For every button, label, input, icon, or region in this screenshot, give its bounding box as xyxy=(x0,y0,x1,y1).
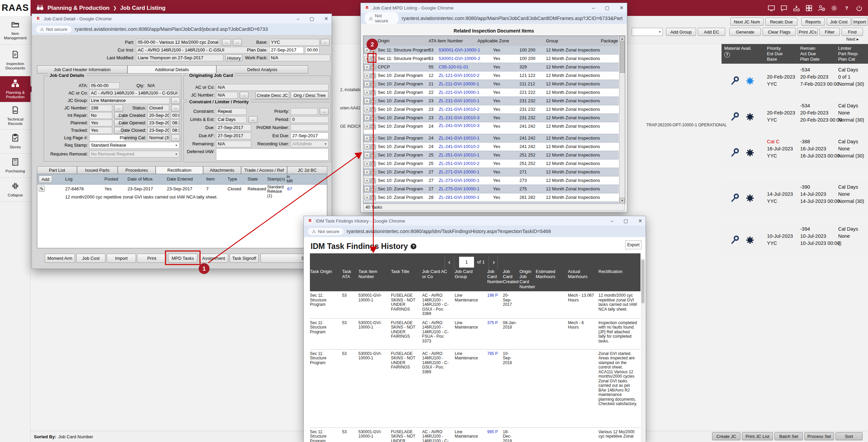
url-text[interactable]: ryantest.aviationintertec.com:8080/app/i… xyxy=(347,229,551,234)
remove-icon[interactable]: × xyxy=(364,90,370,96)
mpd-row[interactable]: ×Sec 11: Structure Program53530001-GVI-1… xyxy=(363,55,619,63)
cell-item-number-link[interactable]: ZL-251-GVI-10010-2 xyxy=(439,161,479,166)
help-icon[interactable]: ? xyxy=(843,4,851,12)
print-icon[interactable] xyxy=(370,115,376,121)
mpd-row[interactable]: ×Sec 10: Zonal Program25ZL-251-GVI-10010… xyxy=(363,151,619,160)
sidebar-item-technical-records[interactable]: Technical Records xyxy=(0,102,31,130)
cell-item-number-link[interactable]: ZL-251-GVI-10010-1 xyxy=(439,152,479,157)
print-icon[interactable] xyxy=(370,161,376,167)
clear-flags-button[interactable]: Clear Flags xyxy=(763,28,796,36)
remove-icon[interactable]: × xyxy=(364,73,370,79)
field-value[interactable]: AISAdmin▼ xyxy=(291,141,329,147)
idm-cell[interactable]: 785 P xyxy=(487,350,503,427)
idm-cell[interactable]: 985 P xyxy=(487,428,503,442)
cell-item-number-link[interactable]: ZL-273-GVI-10000-1 xyxy=(439,178,479,183)
import-button[interactable]: Import xyxy=(852,18,867,26)
generate-button[interactable]: Generate xyxy=(729,28,761,36)
remove-icon[interactable]: × xyxy=(364,124,370,129)
print-jcs-button[interactable]: Print JCs xyxy=(797,28,818,36)
listing-row[interactable]: 10-Jul-2023YYC-39410-Jul-202310-Jul-2023… xyxy=(722,223,868,257)
print-icon[interactable] xyxy=(370,124,376,129)
url-bar[interactable]: ⚠ Not secure ryantest.aviationintertec.c… xyxy=(361,13,627,24)
mpd-row[interactable]: ×Sec 11: Structure Program53530001-GVI-1… xyxy=(363,46,619,55)
url-bar[interactable]: ⚠ Not secure ryantest.aviationintertec.c… xyxy=(304,226,646,237)
sidebar-item-planning-production[interactable]: Planning & Production xyxy=(0,76,31,102)
print-icon[interactable] xyxy=(370,195,376,201)
wrench-icon[interactable] xyxy=(730,112,740,122)
plan-date-field[interactable]: 27-Sep-2017 xyxy=(269,47,304,54)
print-icon[interactable] xyxy=(370,169,376,175)
listing-row[interactable]: 14-Jul-2023YYC-39014-Jul-202314-Jul-2023… xyxy=(722,181,868,215)
url-text[interactable]: ryantest.aviationintertec.com:8080/app/M… xyxy=(402,16,623,21)
prev-page-icon[interactable]: ‹ xyxy=(448,258,451,266)
idm-cell[interactable]: 198 P xyxy=(487,291,503,318)
create-desc-jc-button[interactable]: Create Desc JC xyxy=(255,91,289,99)
cell-item-number-link[interactable]: ZL-241-GVI-10010-1 xyxy=(439,135,479,141)
remove-icon[interactable]: × xyxy=(364,195,370,201)
plan-time-field[interactable]: 00:00 xyxy=(305,47,319,54)
tab-defect-analysis[interactable]: Defect Analysis xyxy=(216,65,308,73)
job-cost-button[interactable]: Job Cost xyxy=(76,254,105,263)
base-field[interactable]: YYC xyxy=(269,39,319,46)
cell-item-number-link[interactable]: ZL-231-GVI-10010-2 xyxy=(439,107,479,112)
mpd-row[interactable]: ×Sec 10: Zonal Program23ZL-231-GVI-10010… xyxy=(363,105,619,114)
scroll-down-icon[interactable]: ▼ xyxy=(619,198,625,203)
idm-cell[interactable]: 375 P xyxy=(487,319,503,349)
listing-row[interactable]: 20-Feb-2023YYC-53420-Feb-20237-Feb-2023 … xyxy=(722,64,868,98)
print-icon[interactable] xyxy=(370,81,376,87)
lookup-button[interactable]: ... xyxy=(321,39,330,46)
lookup-button[interactable]: ... xyxy=(240,92,249,99)
remove-icon[interactable]: × xyxy=(364,135,370,141)
import-button[interactable]: Import xyxy=(107,254,136,263)
gear-icon[interactable] xyxy=(745,193,755,203)
cell-item-number-link[interactable]: ZL-241-GVI-10010-3 xyxy=(439,123,479,128)
window-titlebar[interactable]: R IDM Task Findings History - Google Chr… xyxy=(304,216,646,226)
mpd-row[interactable]: ×Sec 10: Zonal Program28ZL-281-GVI-10000… xyxy=(363,193,619,202)
print-icon[interactable] xyxy=(370,186,376,192)
gear-icon[interactable] xyxy=(745,76,755,86)
print-icon[interactable] xyxy=(370,107,376,112)
mpd-row[interactable]: ×Sec 10: Zonal Program24ZL-241-GVI-10010… xyxy=(363,143,619,151)
toolbar-filter-dropdown[interactable]: ▼ xyxy=(632,28,663,36)
add-ec-button[interactable]: Add EC xyxy=(698,28,725,36)
maximize-icon[interactable]: ▢ xyxy=(624,218,628,224)
mpd-row[interactable]: ×Sec 10: Zonal Program21ZL-211-GVI-10000… xyxy=(363,80,619,88)
scrollbar[interactable] xyxy=(641,259,645,442)
cell-item-number-link[interactable]: 530001-GVI-10000-1 xyxy=(439,47,480,52)
gear-icon[interactable] xyxy=(745,235,755,245)
add-group-button[interactable]: Add Group xyxy=(666,28,696,36)
assignment-button[interactable]: Assignment xyxy=(199,254,228,263)
security-chip[interactable]: ⚠ Not secure xyxy=(365,12,398,24)
print-icon[interactable] xyxy=(370,56,376,62)
moment-arm-button[interactable]: Moment Arm xyxy=(45,254,75,263)
deferred-iaw-field[interactable] xyxy=(216,148,329,161)
remove-icon[interactable]: × xyxy=(364,98,370,104)
print-icon[interactable] xyxy=(370,135,376,141)
next-page-link[interactable]: Next ▸ xyxy=(846,37,859,42)
remove-icon[interactable]: × xyxy=(364,56,370,62)
add-button[interactable]: Add xyxy=(39,175,52,183)
orig-desc-tree-button[interactable]: Orig / Desc Tree xyxy=(291,91,329,99)
wrench-icon[interactable] xyxy=(730,235,740,245)
tab-attachments[interactable]: Attachments xyxy=(203,166,241,174)
reports-button[interactable]: Reports xyxy=(801,18,825,26)
export-button[interactable]: Export xyxy=(625,240,642,249)
field-value[interactable]: 0 xyxy=(291,116,329,123)
remove-icon[interactable]: × xyxy=(364,178,370,184)
url-bar[interactable]: ⚠ Not secure ryantest.aviationintertec.c… xyxy=(32,23,332,35)
mpd-row[interactable]: ×Sec 10: Zonal Program24ZL-241-GVI-10010… xyxy=(363,134,619,143)
tab-trade-access-ref[interactable]: Trade / Access / Ref xyxy=(241,166,287,174)
minimize-icon[interactable]: – xyxy=(611,218,613,224)
cell-item-number-link[interactable]: ZL-231-GVI-10010-3 xyxy=(439,115,479,120)
field-value[interactable] xyxy=(291,108,318,115)
work-pack-field[interactable]: N/A xyxy=(269,55,330,61)
tab-issued-parts[interactable]: Issued Parts xyxy=(77,166,118,174)
remove-icon[interactable]: × xyxy=(364,81,370,87)
print-icon[interactable] xyxy=(370,144,376,150)
minimize-icon[interactable]: – xyxy=(297,16,299,21)
next-jc-num-button[interactable]: Next JC Num xyxy=(730,18,764,26)
cell-item-number-link[interactable]: ZL-241-GVI-10010-2 xyxy=(439,144,479,149)
create-jc-button[interactable]: Create JC xyxy=(712,432,741,440)
remove-icon[interactable]: × xyxy=(364,64,370,70)
tab-rectification[interactable]: Rectification xyxy=(156,166,203,174)
